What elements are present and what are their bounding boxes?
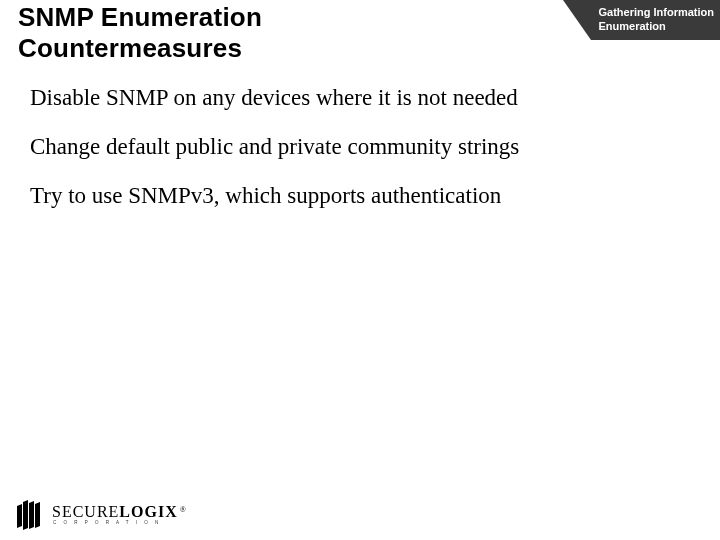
brand-first: SECURE: [52, 505, 119, 519]
registered-symbol: ®: [180, 506, 187, 513]
bullet-item: Change default public and private commun…: [30, 131, 690, 162]
tab-line-1: Gathering Information: [599, 6, 715, 20]
slide-body: Disable SNMP on any devices where it is …: [30, 82, 690, 229]
slide-header: SNMP Enumeration Countermeasures Gatheri…: [0, 0, 720, 70]
slide-container: SNMP Enumeration Countermeasures Gatheri…: [0, 0, 720, 540]
tab-line-2: Enumeration: [599, 20, 715, 34]
bullet-item: Try to use SNMPv3, which supports authen…: [30, 180, 690, 211]
svg-marker-3: [35, 502, 40, 528]
svg-marker-0: [17, 504, 22, 528]
footer-brand-sub: C O R P O R A T I O N: [53, 521, 187, 525]
tab-slant-shape: [563, 0, 591, 40]
title-line-1: SNMP Enumeration: [18, 2, 262, 32]
securelogix-mark-icon: [14, 500, 50, 530]
section-tab: Gathering Information Enumeration: [563, 0, 721, 40]
footer-logo-text: SECURELOGIX® C O R P O R A T I O N: [52, 505, 187, 524]
svg-marker-2: [29, 501, 34, 529]
tab-label-box: Gathering Information Enumeration: [591, 0, 721, 40]
slide-title: SNMP Enumeration Countermeasures: [18, 2, 262, 64]
svg-marker-1: [23, 500, 28, 530]
bullet-item: Disable SNMP on any devices where it is …: [30, 82, 690, 113]
brand-second: LOGIX: [119, 505, 177, 519]
footer-logo: SECURELOGIX® C O R P O R A T I O N: [14, 500, 187, 530]
title-line-2: Countermeasures: [18, 33, 242, 63]
footer-brand-name: SECURELOGIX®: [52, 505, 187, 519]
